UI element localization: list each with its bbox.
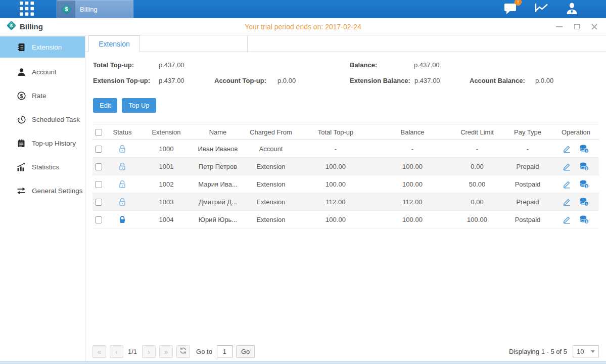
name-cell: Мария Ива... xyxy=(193,180,243,188)
taskbar-right-icons: ! xyxy=(504,0,578,18)
row-checkbox[interactable] xyxy=(95,146,102,153)
row-checkbox[interactable] xyxy=(95,163,102,170)
svg-text:$: $ xyxy=(585,149,587,153)
topup-coins-icon[interactable]: $ xyxy=(579,162,589,171)
svg-text:$: $ xyxy=(585,166,587,170)
extension-cell: 1003 xyxy=(140,198,193,206)
displaying-text: Displaying 1 - 5 of 5 xyxy=(509,348,567,355)
row-checkbox[interactable] xyxy=(95,216,102,223)
app-menu-button[interactable] xyxy=(18,3,36,16)
goto-label: Go to xyxy=(196,348,212,355)
minimize-icon xyxy=(556,26,563,27)
go-button[interactable]: Go xyxy=(236,345,255,358)
edit-pencil-icon[interactable] xyxy=(563,198,571,206)
svg-text:$: $ xyxy=(20,93,23,99)
status-lock-icon[interactable] xyxy=(105,179,140,188)
page-size-select[interactable]: 10 xyxy=(573,345,599,357)
billing-window-icon: $ xyxy=(7,21,16,32)
row-checkbox[interactable] xyxy=(95,199,102,206)
sidebar-item-statistics[interactable]: Statistics xyxy=(0,155,85,179)
first-page-button[interactable]: « xyxy=(92,345,106,358)
total-topup-value: p.437.00 xyxy=(159,61,184,69)
edit-button[interactable]: Edit xyxy=(93,98,117,113)
status-lock-icon[interactable] xyxy=(105,197,140,206)
svg-text:$: $ xyxy=(585,202,587,206)
pagination-right: Displaying 1 - 5 of 5 10 xyxy=(509,345,599,357)
sidebar-item-scheduled-task[interactable]: Scheduled Task xyxy=(0,108,85,131)
col-charged-from: Charged From xyxy=(243,128,299,136)
sidebar-item-general-settings[interactable]: General Settings xyxy=(0,179,85,203)
account-balance-label: Account Balance: xyxy=(470,77,525,84)
svg-text:$: $ xyxy=(10,23,13,28)
row-checkbox[interactable] xyxy=(95,181,102,188)
col-operation: Operation xyxy=(553,128,598,136)
status-lock-icon[interactable] xyxy=(105,215,140,223)
account-topup-value: p.0.00 xyxy=(277,77,296,84)
topup-coins-icon[interactable]: $ xyxy=(579,145,589,153)
next-page-button[interactable]: › xyxy=(142,345,156,358)
extensions-table: Status Extension Name Charged From Total… xyxy=(92,124,599,229)
extension-icon xyxy=(17,43,26,52)
refresh-button[interactable] xyxy=(176,345,190,358)
total-topup-cell: 100.00 xyxy=(299,163,372,170)
edit-pencil-icon[interactable] xyxy=(563,145,571,153)
sidebar-item-account[interactable]: Account xyxy=(0,60,85,84)
topup-coins-icon[interactable]: $ xyxy=(579,215,589,224)
account-topup-label: Account Top-up: xyxy=(214,77,266,84)
extension-cell: 1002 xyxy=(140,180,193,188)
credit-limit-cell: - xyxy=(452,145,502,153)
minimize-button[interactable] xyxy=(555,23,563,30)
table-row: 1001 Петр Петров Extension 100.00 100.00… xyxy=(92,158,599,175)
sidebar-item-label: Rate xyxy=(32,92,46,100)
tab-strip: Extension xyxy=(85,35,606,52)
name-cell: Петр Петров xyxy=(193,163,243,170)
sidebar-item-label: Account xyxy=(32,68,57,76)
topup-coins-icon[interactable]: $ xyxy=(579,198,589,206)
edit-pencil-icon[interactable] xyxy=(563,180,571,189)
extension-topup-label: Extension Top-up: xyxy=(93,77,150,84)
select-all-checkbox[interactable] xyxy=(95,129,102,136)
extension-topup-value: p.437.00 xyxy=(159,77,184,84)
status-lock-icon[interactable] xyxy=(105,144,140,153)
sidebar-item-label: Statistics xyxy=(32,163,59,171)
edit-pencil-icon[interactable] xyxy=(563,215,571,224)
taskbar-task-label: Billing xyxy=(80,6,98,13)
balance-cell: 100.00 xyxy=(372,180,452,188)
table-header: Status Extension Name Charged From Total… xyxy=(92,124,599,140)
svg-text:$: $ xyxy=(585,184,587,188)
taskbar-billing-task[interactable]: $ Billing xyxy=(57,0,133,18)
last-page-button[interactable]: » xyxy=(159,345,173,358)
edit-pencil-icon[interactable] xyxy=(563,162,571,171)
content-panel: Extension Total Top-up: p.437.00 Balance… xyxy=(85,35,606,361)
credit-limit-cell: 100.00 xyxy=(452,216,502,223)
pay-type-cell: Postpaid xyxy=(502,180,553,188)
user-menu-button[interactable] xyxy=(566,3,578,16)
col-name: Name xyxy=(193,128,243,136)
topup-coins-icon[interactable]: $ xyxy=(579,180,589,189)
monitor-button[interactable] xyxy=(535,2,548,16)
notification-badge: ! xyxy=(515,0,522,6)
table-row: 1003 Дмитрий Д... Extension 112.00 112.0… xyxy=(92,193,599,211)
statistics-icon xyxy=(17,163,26,171)
charged-from-cell: Account xyxy=(243,145,299,153)
prev-page-button[interactable]: ‹ xyxy=(110,345,123,358)
pay-type-cell: Postpaid xyxy=(502,216,553,223)
topup-history-icon xyxy=(17,139,26,148)
extension-balance-value: p.437.00 xyxy=(414,77,440,84)
page-indicator: 1/1 xyxy=(128,348,137,355)
close-button[interactable] xyxy=(591,23,598,30)
rate-icon: $ xyxy=(17,92,26,100)
sidebar-item-extension[interactable]: Extension xyxy=(0,36,85,58)
sidebar-item-rate[interactable]: $ Rate xyxy=(0,84,85,108)
grid-icon xyxy=(19,2,35,18)
status-lock-icon[interactable] xyxy=(105,162,140,170)
sidebar-item-topup-history[interactable]: Top-up History xyxy=(0,131,85,155)
total-topup-cell: 112.00 xyxy=(299,198,372,206)
maximize-button[interactable] xyxy=(573,23,580,30)
sidebar-item-label: Extension xyxy=(32,43,62,51)
notifications-button[interactable]: ! xyxy=(504,2,518,17)
window-titlebar: $ Billing Your trial period ends on: 201… xyxy=(0,18,606,35)
goto-page-input[interactable] xyxy=(217,345,232,357)
tab-extension[interactable]: Extension xyxy=(88,35,140,52)
top-up-button[interactable]: Top Up xyxy=(122,98,156,113)
